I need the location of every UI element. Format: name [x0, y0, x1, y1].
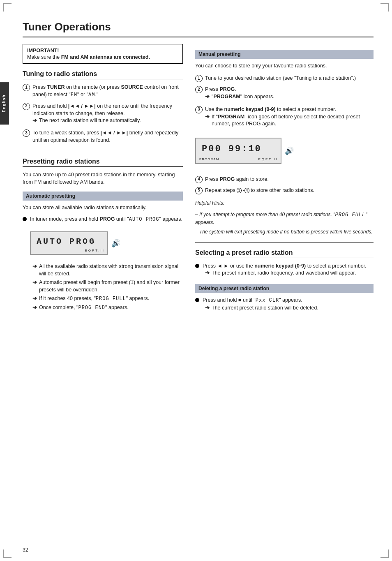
deleting-subheading: Deleting a preset radio station [195, 284, 374, 293]
auto-prog-display-area: AUTO PROG EQPT.II 🔊 [30, 227, 120, 259]
auto-presetting-subheading: Automatic presetting [23, 192, 183, 201]
manual-step-4-content: Press PROG again to store. [205, 175, 374, 183]
bullet-deleting [195, 298, 199, 302]
auto-arrow-4: ➔ Once complete, "PROG END" appears. [23, 304, 129, 312]
auto-presetting-list: In tuner mode, press and hold PROG until… [23, 215, 183, 313]
prog-display: P00 99:10 PROGRAM EQPT.II [195, 138, 281, 164]
deleting-arrow: ➔ The current preset radio station will … [195, 305, 318, 312]
list-item: 2 Press PROG. ➔ "PROGRAM" icon appears. [195, 85, 374, 102]
page-number: 32 [23, 547, 28, 553]
main-content: Tuner Operations IMPORTANT! Make sure th… [23, 12, 374, 318]
important-text: Make sure the FM and AM antennas are con… [27, 54, 178, 60]
manual-step-1-content: Tune to your desired radio station (see … [205, 74, 374, 82]
manual-steps-list: 1 Tune to your desired radio station (se… [195, 74, 374, 194]
corner-mark-br [380, 549, 389, 558]
corner-mark-bl [3, 549, 12, 558]
auto-arrow-1: ➔ All the available radio stations with … [23, 263, 183, 277]
bullet-dot [23, 217, 27, 221]
manual-step-number-5: 5 [195, 187, 203, 194]
selecting-steps-list: Press ◄ ► or use the numeric keypad (0-9… [195, 262, 374, 279]
separator-2 [195, 242, 374, 242]
language-tab: English [0, 82, 9, 125]
display-text-auto: AUTO PROG [37, 235, 96, 247]
speaker-icon-2: 🔊 [285, 145, 294, 156]
important-box: IMPORTANT! Make sure the FM and AM anten… [23, 44, 183, 64]
display-label: EQPT.II [85, 248, 105, 253]
hint-line-2: – The system will exit presetting mode i… [195, 228, 374, 235]
hints-title: Helpful Hints: [195, 199, 374, 207]
list-item: 4 Press PROG again to store. [195, 175, 374, 183]
important-title: IMPORTANT! [27, 48, 178, 53]
step-number-2: 2 [23, 103, 30, 110]
page: English Tuner Operations IMPORTANT! Make… [0, 0, 392, 561]
manual-step-3-arrow: ➔ If "PROGRAM" icon goes off before you … [195, 113, 374, 128]
prog-display-area: P00 99:10 PROGRAM EQPT.II 🔊 [195, 134, 294, 168]
manual-step-2-arrow: ➔ "PROGRAM" icon appears. [195, 93, 274, 101]
manual-step-number-1: 1 [195, 75, 203, 82]
list-item: 1 Tune to your desired radio station (se… [195, 74, 374, 82]
step-2-arrow: ➔ The next radio station will tune autom… [23, 117, 141, 125]
speaker-icon: 🔊 [111, 238, 120, 249]
corner-mark-tr [380, 3, 389, 12]
auto-presetting-intro: You can store all available radio statio… [23, 204, 183, 211]
step-3-content: To tune a weak station, press |◄◄ / ►►| … [32, 129, 183, 144]
eqpt-label: EQPT.II [258, 157, 278, 162]
bullet-selecting [195, 264, 199, 268]
auto-arrow-2: ➔ Automatic preset will begin from prese… [23, 279, 183, 293]
list-item: Press ◄ ► or use the numeric keypad (0-9… [195, 262, 374, 279]
step-2-content: Press and hold |◄◄ / ►►| on the remote u… [32, 102, 183, 117]
presetting-section-title: Presetting radio stations [23, 158, 183, 167]
step-1-content: Press TUNER on the remote (or press SOUR… [32, 83, 183, 99]
separator-1 [23, 151, 183, 151]
auto-prog-display: AUTO PROG EQPT.II [30, 231, 108, 255]
manual-step-3-content: Use the numeric keypad (0-9) to select a… [205, 106, 336, 113]
list-item: In tuner mode, press and hold PROG until… [23, 215, 183, 313]
helpful-hints: Helpful Hints: – If you attempt to progr… [195, 199, 374, 235]
hint-line-1: – If you attempt to program more than 40… [195, 211, 374, 226]
list-item: 3 To tune a weak station, press |◄◄ / ►►… [23, 129, 183, 144]
selecting-step-content: Press ◄ ► or use the numeric keypad (0-9… [203, 262, 367, 270]
selecting-section-title: Selecting a preset radio station [195, 249, 374, 258]
manual-step-number-3: 3 [195, 106, 203, 113]
auto-arrow-3: ➔ If it reaches 40 presets, "PROG FULL" … [23, 295, 149, 302]
list-item: 3 Use the numeric keypad (0-9) to select… [195, 106, 374, 172]
deleting-steps-list: Press and hold ■ until "Pxx CLR" appears… [195, 296, 374, 313]
manual-presetting-subheading: Manual presetting [195, 50, 374, 59]
presetting-intro: You can store up to 40 preset radio stat… [23, 171, 183, 186]
list-item: 1 Press TUNER on the remote (or press SO… [23, 83, 183, 99]
manual-step-2-content: Press PROG. [205, 85, 236, 93]
step-number-3: 3 [23, 129, 30, 137]
list-item: 2 Press and hold |◄◄ / ►►| on the remote… [23, 102, 183, 126]
tuning-steps-list: 1 Press TUNER on the remote (or press SO… [23, 83, 183, 144]
program-label: PROGRAM [199, 157, 219, 162]
right-column: Manual presetting You can choose to stor… [195, 44, 374, 318]
manual-step-number-4: 4 [195, 176, 203, 183]
auto-step-content: In tuner mode, press and hold PROG until… [30, 215, 182, 223]
corner-mark-tl [3, 3, 12, 12]
deleting-step-content: Press and hold ■ until "Pxx CLR" appears… [203, 296, 302, 304]
tuning-section-title: Tuning to radio stations [23, 70, 183, 79]
manual-step-5-content: Repeat steps 1~4 to store other radio st… [205, 187, 374, 194]
page-title: Tuner Operations [23, 21, 374, 37]
display-text-prog: P00 99:10 [202, 143, 262, 156]
selecting-arrow: ➔ The preset number, radio frequency, an… [195, 270, 356, 277]
manual-step-number-2: 2 [195, 86, 203, 93]
manual-presetting-intro: You can choose to store only your favour… [195, 62, 374, 69]
two-column-layout: IMPORTANT! Make sure the FM and AM anten… [23, 44, 374, 318]
list-item: 5 Repeat steps 1~4 to store other radio … [195, 187, 374, 194]
list-item: Press and hold ■ until "Pxx CLR" appears… [195, 296, 374, 313]
step-number-1: 1 [23, 84, 30, 91]
left-column: IMPORTANT! Make sure the FM and AM anten… [23, 44, 183, 318]
